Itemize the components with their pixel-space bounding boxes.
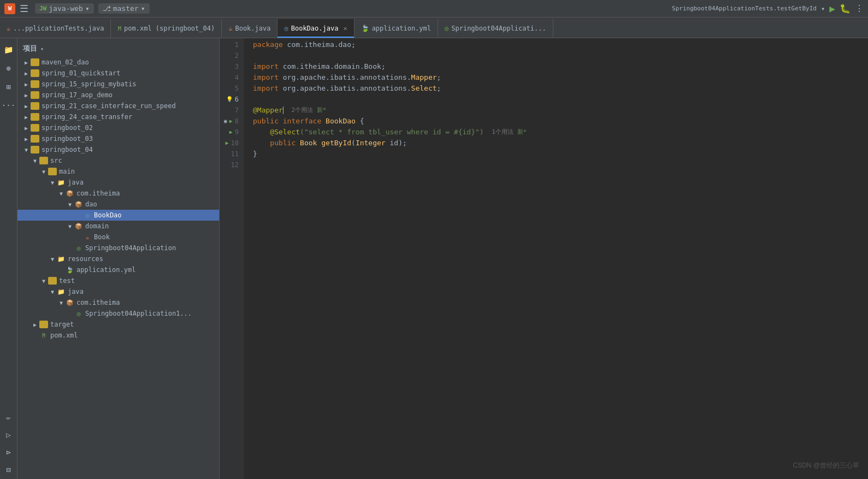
- sidebar-icon-play[interactable]: ▷: [2, 428, 16, 442]
- tree-arrow: [66, 309, 74, 318]
- tree-arrow: [66, 244, 74, 252]
- run-button[interactable]: ▶: [829, 3, 835, 14]
- code-text: }: [253, 149, 257, 159]
- tree-header[interactable]: 项目 ▾: [17, 40, 219, 57]
- tree-item-appyml[interactable]: 🍃 application.yml: [17, 264, 219, 275]
- xml-icon: M: [39, 332, 48, 339]
- java-icon: ☕: [83, 233, 92, 241]
- sidebar-icon-pencil[interactable]: ✏: [2, 410, 16, 424]
- spring-icon: ◎: [74, 244, 83, 252]
- sidebar-icon-structure[interactable]: ⊞: [2, 80, 16, 94]
- tree-arrow: [22, 123, 31, 132]
- ln: 9: [235, 127, 239, 138]
- tab-icon-pomxml: M: [117, 25, 121, 32]
- tree-item-book[interactable]: ☕ Book: [17, 232, 219, 243]
- tree-item-dao[interactable]: 📦 dao: [17, 199, 219, 210]
- run-gutter-icon-8a[interactable]: ◉: [224, 116, 227, 127]
- run-config-label: Springboot04ApplicationTests.testGetById: [672, 5, 817, 12]
- keyword: public: [253, 116, 279, 127]
- project-selector[interactable]: JW java-web ▾: [35, 3, 94, 14]
- code-line-1: package com.itheima.dao;: [253, 39, 868, 50]
- code-text: org.apache.ibatis.annotations.: [279, 72, 411, 83]
- tree-item-springboot04apptest[interactable]: ◎ Springboot04Application1...: [17, 308, 219, 319]
- tree-item-comitheima[interactable]: 📦 com.itheima: [17, 188, 219, 199]
- tree-arrow: [48, 287, 57, 296]
- tree-item-java[interactable]: 📁 java: [17, 177, 219, 188]
- class-name: Book: [300, 138, 317, 149]
- code-line-2: [253, 50, 868, 61]
- code-line-5: import org.apache.ibatis.annotations.Sel…: [253, 83, 868, 94]
- folder-icon: [31, 102, 39, 110]
- tab-pomxml[interactable]: M pom.xml (springboot_04): [111, 19, 222, 38]
- tree-item-spring01[interactable]: spring_01_quickstart: [17, 68, 219, 79]
- tree-item-src[interactable]: src: [17, 155, 219, 166]
- tree-arrow: [22, 80, 31, 88]
- ln: 3: [235, 61, 239, 72]
- package-icon: 📦: [74, 222, 83, 230]
- tree-item-springboot02[interactable]: springboot_02: [17, 122, 219, 133]
- line-number-7: 7: [220, 105, 244, 116]
- tab-applicationyml[interactable]: 🍃 application.yml: [355, 19, 438, 38]
- line-number-2: 2: [220, 50, 244, 61]
- tree-item-spring24[interactable]: spring_24_case_transfer: [17, 111, 219, 122]
- tree-item-springboot04application[interactable]: ◎ Springboot04Application: [17, 243, 219, 253]
- tab-label-bookdao: BookDao.java: [291, 25, 339, 32]
- class-name: Mapper: [411, 72, 437, 83]
- tree-item-maven02dao[interactable]: maven_02_dao: [17, 57, 219, 68]
- sidebar-icon-folder[interactable]: 📁: [2, 43, 16, 57]
- tree-item-pomxml[interactable]: M pom.xml: [17, 330, 219, 341]
- tree-item-label: spring_24_case_transfer: [42, 113, 132, 121]
- code-editor[interactable]: 1 2 3 4 5 💡 6 7 ◉ ▶ 8 ▶ 9: [220, 38, 868, 479]
- sidebar-icon-bar: 📁 ⊛ ⊞ ··· ✏ ▷ ⊳ ⊟: [0, 38, 17, 479]
- tab-applicationtests[interactable]: ☕ ...pplicationTests.java: [0, 19, 111, 38]
- code-text: [253, 127, 270, 138]
- branch-icon: ⎇: [103, 4, 111, 13]
- tree-item-domain[interactable]: 📦 domain: [17, 221, 219, 232]
- tree-item-target[interactable]: target: [17, 319, 219, 330]
- code-text: [296, 138, 300, 149]
- tree-item-spring15[interactable]: spring_15_spring_mybatis: [17, 79, 219, 90]
- class-name: Integer: [356, 138, 386, 149]
- sidebar-icon-debug2[interactable]: ⊳: [2, 445, 16, 459]
- tree-arrow: [39, 276, 48, 285]
- folder-src-icon: 📁: [57, 179, 66, 186]
- tree-item-springboot04[interactable]: springboot_04: [17, 144, 219, 155]
- tree-item-spring21[interactable]: spring_21_case_interface_run_speed: [17, 100, 219, 111]
- tree-item-main[interactable]: main: [17, 166, 219, 177]
- warning-icon[interactable]: 💡: [226, 94, 233, 105]
- code-text: id);: [386, 138, 407, 149]
- sidebar-icon-terminal[interactable]: ⊟: [2, 463, 16, 477]
- menu-button[interactable]: ☰: [20, 3, 28, 14]
- tree-item-resources[interactable]: 📁 resources: [17, 253, 219, 264]
- tree-arrow: [22, 145, 31, 154]
- tree-item-bookdao[interactable]: ◎ BookDao: [17, 210, 219, 221]
- more-options-button[interactable]: ⋮: [855, 3, 864, 14]
- tree-item-test[interactable]: test: [17, 275, 219, 286]
- tree-header-dropdown: ▾: [40, 46, 44, 52]
- code-text: [321, 116, 326, 127]
- tree-item-label: test: [59, 277, 75, 285]
- tree-item-testjava[interactable]: 📁 java: [17, 286, 219, 297]
- run-gutter-icon-10[interactable]: ▶: [226, 138, 229, 149]
- run-gutter-icon-9[interactable]: ▶: [229, 127, 233, 138]
- branch-selector[interactable]: ⎇ master ▾: [98, 3, 150, 14]
- tab-bookjava[interactable]: ☕ Book.java: [222, 19, 277, 38]
- tab-bar: ☕ ...pplicationTests.java M pom.xml (spr…: [0, 17, 868, 38]
- annotation: @Select: [270, 127, 300, 138]
- tab-label-bookjava: Book.java: [235, 25, 270, 32]
- app-logo: W: [4, 3, 15, 14]
- debug-icon[interactable]: 🐛: [840, 3, 851, 14]
- run-config-dropdown[interactable]: ▾: [821, 5, 825, 13]
- tree-arrow: [57, 265, 66, 274]
- folder-icon: [31, 80, 39, 88]
- tree-item-testcomitheima[interactable]: 📦 com.itheima: [17, 297, 219, 308]
- tree-item-spring17[interactable]: spring_17_aop_demo: [17, 90, 219, 100]
- tree-item-springboot03[interactable]: springboot_03: [17, 133, 219, 144]
- sidebar-icon-more[interactable]: ···: [2, 98, 16, 113]
- run-gutter-icon-8b[interactable]: ▶: [229, 116, 233, 127]
- tab-springboot04app[interactable]: ◎ Springboot04Applicati...: [438, 19, 553, 38]
- tab-close-bookdao[interactable]: ✕: [343, 25, 347, 32]
- tab-label-applicationtests: ...pplicationTests.java: [13, 25, 104, 32]
- tab-bookdao[interactable]: ◎ BookDao.java ✕: [277, 19, 354, 38]
- sidebar-icon-git[interactable]: ⊛: [2, 61, 16, 75]
